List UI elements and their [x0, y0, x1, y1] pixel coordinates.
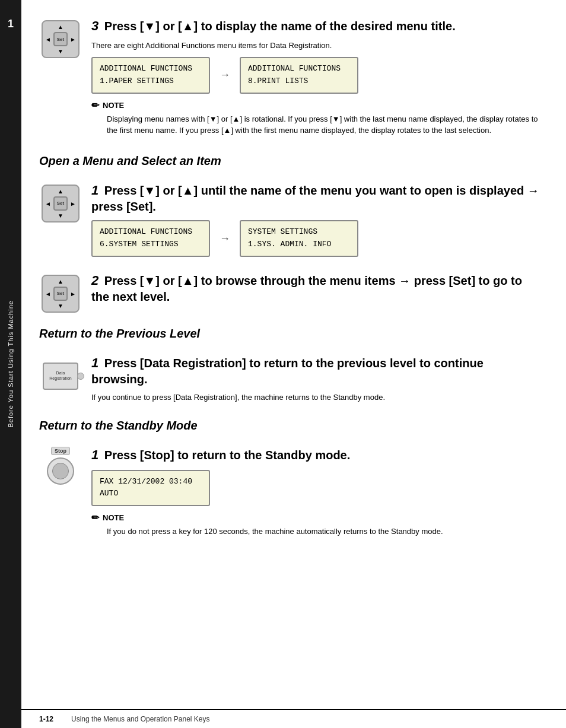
stop-label: Stop: [51, 447, 70, 455]
set-button-graphic: ▲ ▼ ◄ ► Set: [42, 20, 80, 58]
open-step1-button-image: ▲ ▼ ◄ ► Set: [39, 182, 82, 225]
open-step2-content: 2 Press [▼] or [▲] to browse through the…: [91, 272, 542, 310]
prev-step1-title: 1 Press [Data Registration] to return to…: [91, 355, 542, 387]
open-step1-number: 1: [91, 183, 98, 198]
standby-step1-title: 1 Press [Stop] to return to the Standby …: [91, 447, 542, 464]
step3-lcd-left: ADDITIONAL FUNCTIONS 1.PAPER SETTINGS: [91, 57, 210, 94]
arrow-right-icon-2: ►: [70, 200, 76, 206]
main-content: ▲ ▼ ◄ ► Set 3 Press [▼] or [▲] to displa…: [21, 0, 566, 728]
open-step1-lcd-arrow: →: [220, 233, 230, 245]
arrow-down-icon-3: ▼: [58, 303, 63, 309]
set-center-button-3: Set: [53, 287, 68, 301]
standby-step1-lcd: FAX 12/31/2002 03:40 AUTO: [91, 470, 210, 507]
step3-note-header: ✏ NOTE: [91, 100, 542, 111]
set-button-graphic-2: ▲ ▼ ◄ ► Set: [42, 185, 80, 222]
arrow-left-icon-3: ◄: [45, 290, 51, 297]
open-menu-section-heading: Open a Menu and Select an Item: [39, 154, 542, 168]
note-pencil-icon: ✏: [91, 100, 99, 111]
return-standby-section-heading: Return to the Standby Mode: [39, 419, 542, 433]
step3-section: ▲ ▼ ◄ ► Set 3 Press [▼] or [▲] to displa…: [39, 18, 542, 142]
stop-button-inner: [52, 463, 69, 479]
step3-lcd-container: ADDITIONAL FUNCTIONS 1.PAPER SETTINGS → …: [91, 57, 542, 94]
step3-lcd-arrow: →: [220, 69, 230, 81]
arrow-right-icon: ►: [70, 36, 76, 43]
arrow-right-icon-3: ►: [70, 290, 76, 297]
sidebar-chapter-title: Before You Start Using This Machine: [7, 300, 14, 428]
step3-content: 3 Press [▼] or [▲] to display the name o…: [91, 18, 542, 142]
prev-step1-body: If you continue to press [Data Registrat…: [91, 392, 542, 403]
set-button-graphic-3: ▲ ▼ ◄ ► Set: [42, 275, 80, 313]
open-step1-section: ▲ ▼ ◄ ► Set 1 Press [▼] or [▲] until the…: [39, 182, 542, 263]
footer-page-number: 1-12: [39, 715, 53, 723]
sidebar-chapter-number: 1: [0, 18, 21, 30]
prev-step1-button-image: Data Registration: [39, 355, 82, 398]
set-center-button: Set: [53, 32, 68, 46]
open-step2-title: 2 Press [▼] or [▲] to browse through the…: [91, 272, 542, 305]
sidebar: 1 Before You Start Using This Machine: [0, 0, 21, 728]
step3-lcd-right: ADDITIONAL FUNCTIONS 8.PRINT LISTS: [240, 57, 358, 94]
arrow-up-icon-3: ▲: [58, 278, 63, 285]
open-step2-number: 2: [91, 273, 98, 288]
arrow-down-icon-2: ▼: [58, 212, 63, 219]
open-step1-content: 1 Press [▼] or [▲] until the name of the…: [91, 182, 542, 263]
open-step1-lcd-right: SYSTEM SETTINGS 1.SYS. ADMIN. INFO: [240, 220, 358, 257]
arrow-up-icon-2: ▲: [58, 188, 63, 195]
step3-body: There are eight Additional Functions men…: [91, 40, 542, 52]
footer-title: Using the Menus and Operation Panel Keys: [71, 715, 209, 723]
return-standby-heading: Return to the Standby Mode: [39, 419, 542, 433]
prev-step1-content: 1 Press [Data Registration] to return to…: [91, 355, 542, 407]
prev-step1-number: 1: [91, 355, 98, 370]
prev-step1-section: Data Registration 1 Press [Data Registra…: [39, 355, 542, 407]
open-step1-lcd-container: ADDITIONAL FUNCTIONS 6.SYSTEM SETTINGS →…: [91, 220, 542, 257]
arrow-down-icon: ▼: [58, 48, 63, 55]
open-step2-section: ▲ ▼ ◄ ► Set 2 Press [▼] or [▲] to browse…: [39, 272, 542, 315]
open-menu-heading: Open a Menu and Select an Item: [39, 154, 542, 168]
return-prev-heading: Return to the Previous Level: [39, 327, 542, 341]
step3-title: 3 Press [▼] or [▲] to display the name o…: [91, 18, 542, 35]
standby-step1-section: Stop 1 Press [Stop] to return to the Sta…: [39, 447, 542, 543]
standby-step1-lcd-container: FAX 12/31/2002 03:40 AUTO: [91, 470, 542, 507]
open-step2-button-image: ▲ ▼ ◄ ► Set: [39, 272, 82, 315]
standby-note-text: If you do not press a key for 120 second…: [107, 526, 542, 538]
arrow-left-icon: ◄: [45, 36, 51, 43]
arrow-up-icon: ▲: [58, 24, 63, 30]
arrow-left-icon-2: ◄: [45, 200, 51, 206]
step3-note-text: Displaying menu names with [▼] or [▲] is…: [107, 113, 542, 136]
step3-note: ✏ NOTE Displaying menu names with [▼] or…: [91, 100, 542, 136]
return-prev-section-heading: Return to the Previous Level: [39, 327, 542, 341]
standby-step1-content: 1 Press [Stop] to return to the Standby …: [91, 447, 542, 543]
page-footer: 1-12 Using the Menus and Operation Panel…: [21, 709, 566, 728]
step3-button-image: ▲ ▼ ◄ ► Set: [39, 18, 82, 61]
set-center-button-2: Set: [53, 196, 68, 211]
note-pencil-icon-2: ✏: [91, 512, 99, 523]
stop-button-graphic: [47, 457, 74, 485]
standby-step1-note: ✏ NOTE If you do not press a key for 120…: [91, 512, 542, 538]
standby-step1-button-image: Stop: [39, 447, 82, 489]
standby-note-header: ✏ NOTE: [91, 512, 542, 523]
standby-step1-number: 1: [91, 447, 98, 462]
open-step1-title: 1 Press [▼] or [▲] until the name of the…: [91, 182, 542, 215]
data-registration-button-graphic: Data Registration: [43, 363, 78, 390]
open-step1-lcd-left: ADDITIONAL FUNCTIONS 6.SYSTEM SETTINGS: [91, 220, 210, 257]
step3-number: 3: [91, 18, 98, 33]
